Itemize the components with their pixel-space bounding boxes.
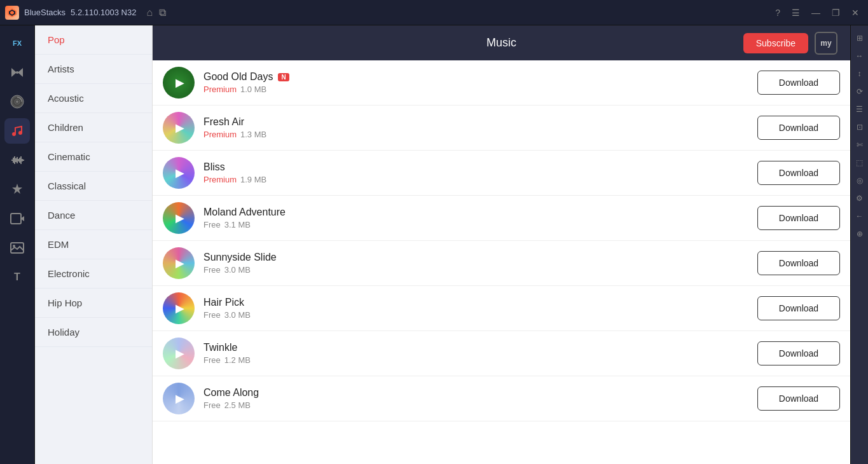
sidebar-icon-fx[interactable]: FX bbox=[4, 31, 30, 56]
song-meta: Free1.2 MB bbox=[203, 355, 748, 365]
sidebar-icon-vinyl[interactable] bbox=[4, 89, 30, 114]
main-layout: FX bbox=[0, 25, 868, 464]
song-tier: Free bbox=[203, 310, 221, 320]
add-icon[interactable]: ⊕ bbox=[852, 226, 867, 242]
category-item-pop[interactable]: Pop bbox=[35, 25, 152, 55]
category-item-children[interactable]: Children bbox=[35, 113, 152, 142]
sidebar-icon-music[interactable] bbox=[4, 118, 30, 144]
song-size: 3.1 MB bbox=[224, 220, 251, 229]
resize-v-icon[interactable]: ↕ bbox=[852, 66, 867, 81]
song-info: Hair PickFree3.0 MB bbox=[203, 297, 748, 320]
category-sidebar: PopArtistsAcousticChildrenCinematicClass… bbox=[35, 25, 153, 464]
home-icon[interactable]: ⌂ bbox=[146, 7, 153, 18]
category-item-holiday[interactable]: Holiday bbox=[35, 318, 152, 347]
sidebar-icon-video[interactable] bbox=[4, 206, 30, 231]
refresh-icon[interactable]: ⟳ bbox=[852, 84, 867, 99]
download-button[interactable]: Download bbox=[757, 341, 840, 365]
play-button[interactable]: ▶ bbox=[163, 247, 195, 279]
song-tier: Free bbox=[203, 265, 221, 275]
play-button[interactable]: ▶ bbox=[163, 112, 195, 144]
list-icon[interactable]: ☰ bbox=[852, 102, 867, 117]
icon-sidebar: FX bbox=[0, 25, 35, 464]
song-title: Twinkle bbox=[203, 342, 748, 353]
song-info: TwinkleFree1.2 MB bbox=[203, 342, 748, 365]
layout-icon[interactable]: ⊡ bbox=[852, 119, 867, 135]
play-icon: ▶ bbox=[176, 121, 184, 135]
song-title: Sunnyside Slide bbox=[203, 252, 748, 263]
song-meta: Premium1.0 MB bbox=[203, 85, 748, 94]
download-button[interactable]: Download bbox=[757, 161, 840, 185]
my-button[interactable]: my bbox=[815, 32, 837, 55]
song-tier: Premium bbox=[203, 85, 237, 94]
new-badge: N bbox=[278, 73, 289, 81]
download-button[interactable]: Download bbox=[757, 116, 840, 140]
song-row: ▶Come AlongFree2.5 MBDownload bbox=[153, 376, 850, 421]
song-row: ▶BlissPremium1.9 MBDownload bbox=[153, 151, 850, 196]
category-item-electronic[interactable]: Electronic bbox=[35, 259, 152, 289]
cut-icon[interactable]: ✄ bbox=[852, 137, 867, 153]
song-title: Come Along bbox=[203, 387, 748, 399]
category-item-cinematic[interactable]: Cinematic bbox=[35, 142, 152, 172]
subscribe-button[interactable]: Subscribe bbox=[743, 33, 808, 53]
song-meta: Premium1.3 MB bbox=[203, 130, 748, 139]
svg-rect-20 bbox=[11, 214, 21, 224]
target-icon[interactable]: ◎ bbox=[852, 173, 867, 188]
song-info: Fresh AirPremium1.3 MB bbox=[203, 116, 748, 139]
sidebar-icon-text[interactable]: T bbox=[4, 264, 30, 290]
play-icon: ▶ bbox=[176, 256, 184, 270]
close-icon[interactable]: ✕ bbox=[848, 5, 863, 20]
download-button[interactable]: Download bbox=[757, 251, 840, 275]
song-row: ▶Good Old DaysNPremium1.0 MBDownload bbox=[153, 60, 850, 106]
play-button[interactable]: ▶ bbox=[163, 292, 195, 324]
play-button[interactable]: ▶ bbox=[163, 67, 195, 99]
settings-icon[interactable]: ⚙ bbox=[852, 191, 867, 206]
category-item-edm[interactable]: EDM bbox=[35, 230, 152, 259]
restore-icon[interactable]: ❐ bbox=[828, 5, 844, 20]
titlebar: BlueStacks 5.2.110.1003 N32 ⌂ ⧉ ? ☰ — ❐ … bbox=[0, 0, 868, 25]
song-title: Moland Adventure bbox=[203, 207, 748, 218]
song-meta: Free3.1 MB bbox=[203, 220, 748, 229]
right-panel: ⊞↔↕⟳☰⊡✄⬚◎⚙←⊕ bbox=[850, 25, 868, 464]
multi-window-icon[interactable]: ⧉ bbox=[159, 7, 166, 18]
resize-h-icon[interactable]: ↔ bbox=[852, 48, 867, 64]
category-item-hip-hop[interactable]: Hip Hop bbox=[35, 289, 152, 318]
svg-point-9 bbox=[18, 131, 22, 135]
play-button[interactable]: ▶ bbox=[163, 338, 195, 369]
titlebar-left: BlueStacks 5.2.110.1003 N32 ⌂ ⧉ bbox=[5, 6, 166, 20]
sidebar-icon-star[interactable] bbox=[4, 177, 30, 202]
sidebar-icon-image[interactable] bbox=[4, 235, 30, 261]
song-meta: Premium1.9 MB bbox=[203, 175, 748, 184]
header-right: Subscribe my bbox=[743, 32, 837, 55]
song-title: Hair Pick bbox=[203, 297, 748, 308]
download-button[interactable]: Download bbox=[757, 71, 840, 95]
song-tier: Free bbox=[203, 400, 221, 410]
download-button[interactable]: Download bbox=[757, 386, 840, 411]
back-icon[interactable]: ← bbox=[852, 208, 867, 224]
category-item-artists[interactable]: Artists bbox=[35, 55, 152, 84]
minimize-icon[interactable]: — bbox=[808, 5, 824, 20]
song-tier: Free bbox=[203, 220, 221, 229]
song-row: ▶Fresh AirPremium1.3 MBDownload bbox=[153, 106, 850, 151]
frame-icon[interactable]: ⬚ bbox=[852, 155, 867, 170]
category-item-acoustic[interactable]: Acoustic bbox=[35, 84, 152, 113]
song-info: BlissPremium1.9 MB bbox=[203, 161, 748, 184]
help-icon[interactable]: ? bbox=[771, 5, 784, 20]
play-button[interactable]: ▶ bbox=[163, 383, 195, 414]
bluestacks-logo bbox=[5, 6, 19, 20]
song-tier: Free bbox=[203, 355, 221, 365]
sidebar-icon-bow-tie[interactable] bbox=[4, 60, 30, 85]
play-button[interactable]: ▶ bbox=[163, 202, 195, 234]
download-button[interactable]: Download bbox=[757, 296, 840, 320]
category-item-classical[interactable]: Classical bbox=[35, 172, 152, 201]
download-button[interactable]: Download bbox=[757, 206, 840, 230]
play-button[interactable]: ▶ bbox=[163, 157, 195, 189]
sidebar-icon-waveform[interactable] bbox=[4, 147, 30, 173]
song-tier: Premium bbox=[203, 130, 237, 139]
titlebar-nav: ⌂ ⧉ bbox=[146, 7, 166, 18]
app-title: BlueStacks bbox=[24, 8, 65, 17]
menu-icon[interactable]: ☰ bbox=[788, 5, 804, 20]
song-meta: Free3.0 MB bbox=[203, 265, 748, 275]
play-icon: ▶ bbox=[176, 211, 184, 225]
grid-icon[interactable]: ⊞ bbox=[852, 31, 867, 46]
category-item-dance[interactable]: Dance bbox=[35, 201, 152, 230]
